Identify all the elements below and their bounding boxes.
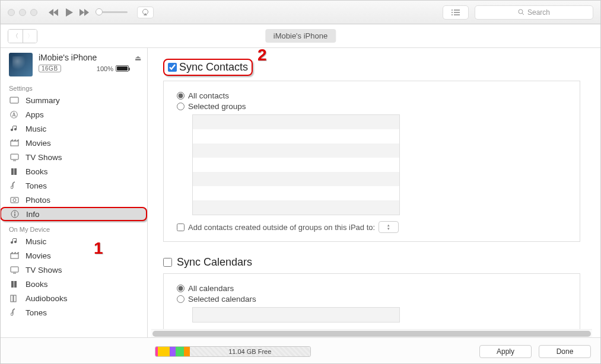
sidebar-item-tones[interactable]: Tones xyxy=(1,178,147,193)
movies-icon xyxy=(9,139,20,146)
horizontal-scrollbar[interactable] xyxy=(151,329,592,337)
sync-calendars-header: Sync Calendars xyxy=(163,256,580,269)
sidebar-item-apps[interactable]: ⒶApps xyxy=(1,107,147,122)
sidebar-item-tv-shows[interactable]: TV Shows xyxy=(1,263,147,277)
svg-rect-8 xyxy=(11,168,14,175)
device-name: iMobie's iPhone xyxy=(39,53,129,62)
prev-track-icon[interactable] xyxy=(48,7,59,18)
back-button[interactable]: 〈 xyxy=(8,30,23,43)
ondevice-section-label: On My Device xyxy=(1,221,147,234)
airplay-button[interactable] xyxy=(137,7,154,18)
svg-line-2 xyxy=(522,13,524,15)
svg-rect-15 xyxy=(11,254,18,258)
sync-contacts-title: Sync Contacts xyxy=(179,61,248,74)
sidebar-item-books[interactable]: Books xyxy=(1,164,147,178)
device-pill[interactable]: iMobie's iPhone xyxy=(265,29,336,43)
content-area: 2 Sync Contacts All contacts Selected gr… xyxy=(148,48,600,337)
selected-groups-radio[interactable]: Selected groups xyxy=(177,102,567,111)
forward-button[interactable]: 〉 xyxy=(23,30,37,43)
sidebar-item-label: TV Shows xyxy=(26,153,62,162)
annotation-step-2: 2 xyxy=(257,48,267,65)
capacity-free-label: 11.04 GB Free xyxy=(190,347,310,356)
sidebar-item-photos[interactable]: Photos xyxy=(1,193,147,207)
outside-groups-select[interactable]: ▴▾ xyxy=(379,221,399,233)
zoom-dot[interactable] xyxy=(30,9,37,16)
sidebar-item-music[interactable]: Music xyxy=(1,122,147,136)
sidebar-item-label: Music xyxy=(26,237,46,246)
music-icon xyxy=(9,237,20,245)
sidebar-item-label: Books xyxy=(26,280,48,289)
next-track-icon[interactable] xyxy=(79,7,90,18)
selected-calendars-radio[interactable]: Selected calendars xyxy=(177,295,567,304)
search-input[interactable]: Search xyxy=(475,5,593,20)
info-icon xyxy=(9,210,20,218)
settings-list: SummaryⒶAppsMusicMoviesTV ShowsBooksTone… xyxy=(1,93,147,221)
svg-point-1 xyxy=(519,9,523,14)
outside-groups-checkbox[interactable] xyxy=(177,223,185,231)
photos-icon xyxy=(9,196,20,203)
minimize-dot[interactable] xyxy=(19,9,26,16)
sidebar-item-summary[interactable]: Summary xyxy=(1,93,147,107)
all-contacts-radio[interactable]: All contacts xyxy=(177,91,567,100)
list-view-button[interactable] xyxy=(443,5,469,20)
done-button[interactable]: Done xyxy=(539,345,591,358)
svg-rect-19 xyxy=(14,281,17,288)
annotation-step-1: 1 xyxy=(94,239,103,258)
capacity-seg-apps xyxy=(170,347,176,356)
sync-contacts-checkbox[interactable] xyxy=(168,63,177,72)
sidebar-item-audiobooks[interactable]: Audiobooks xyxy=(1,291,147,305)
sidebar-item-tv-shows[interactable]: TV Shows xyxy=(1,150,147,164)
sidebar-item-movies[interactable]: Movies xyxy=(1,248,147,263)
capacity-seg-other xyxy=(184,347,190,356)
sidebar-item-music[interactable]: Music xyxy=(1,234,147,248)
sidebar-item-label: Movies xyxy=(26,251,51,260)
battery-percent: 100% xyxy=(97,65,113,72)
sidebar-item-label: Tones xyxy=(26,308,47,317)
window-controls xyxy=(8,9,37,16)
svg-rect-9 xyxy=(14,168,17,175)
apps-icon: Ⓐ xyxy=(9,110,20,119)
audiobooks-icon xyxy=(9,295,20,302)
battery-icon xyxy=(116,65,129,72)
svg-point-13 xyxy=(14,212,15,213)
sync-contacts-header: Sync Contacts xyxy=(163,59,580,76)
sidebar-item-label: Movies xyxy=(26,139,51,148)
sidebar-item-label: Tones xyxy=(26,181,47,190)
volume-slider[interactable] xyxy=(98,11,128,13)
groups-listbox[interactable] xyxy=(192,114,400,215)
sidebar-item-movies[interactable]: Movies xyxy=(1,136,147,150)
books-icon xyxy=(9,280,20,288)
settings-section-label: Settings xyxy=(1,80,147,93)
battery-status: 100% xyxy=(97,65,129,72)
search-icon xyxy=(518,9,524,15)
all-calendars-radio[interactable]: All calendars xyxy=(177,284,567,293)
calendars-listbox[interactable] xyxy=(192,307,400,323)
music-icon xyxy=(9,124,20,133)
sidebar-item-tones[interactable]: Tones xyxy=(1,305,147,320)
sync-calendars-title: Sync Calendars xyxy=(177,256,252,269)
sidebar-item-label: Summary xyxy=(26,96,60,105)
contacts-panel: All contacts Selected groups Add contact… xyxy=(163,81,580,242)
tv-icon xyxy=(9,154,20,161)
play-icon[interactable] xyxy=(63,7,74,18)
svg-text:Ⓐ: Ⓐ xyxy=(10,110,18,119)
device-thumbnail xyxy=(9,53,33,76)
capacity-seg-photos xyxy=(158,347,170,356)
sidebar-item-info[interactable]: Info xyxy=(1,207,147,221)
apply-button[interactable]: Apply xyxy=(479,345,532,358)
sidebar-item-label: Info xyxy=(26,210,40,219)
sub-toolbar: 〈 〉 iMobie's iPhone xyxy=(1,24,600,48)
ondevice-list: MusicMoviesTV ShowsBooksAudiobooksTones xyxy=(1,234,147,320)
sidebar-item-label: Audiobooks xyxy=(26,294,68,303)
close-dot[interactable] xyxy=(8,9,15,16)
tv-icon xyxy=(9,266,20,274)
sidebar-item-books[interactable]: Books xyxy=(1,277,147,291)
sidebar-item-label: TV Shows xyxy=(26,266,62,274)
eject-icon[interactable]: ⏏ xyxy=(135,53,141,62)
svg-rect-16 xyxy=(11,267,18,272)
sync-calendars-checkbox[interactable] xyxy=(163,258,172,267)
search-placeholder: Search xyxy=(527,8,550,17)
svg-rect-3 xyxy=(10,97,18,103)
svg-rect-21 xyxy=(14,295,16,302)
outside-groups-label: Add contacts created outside of groups o… xyxy=(188,223,375,232)
